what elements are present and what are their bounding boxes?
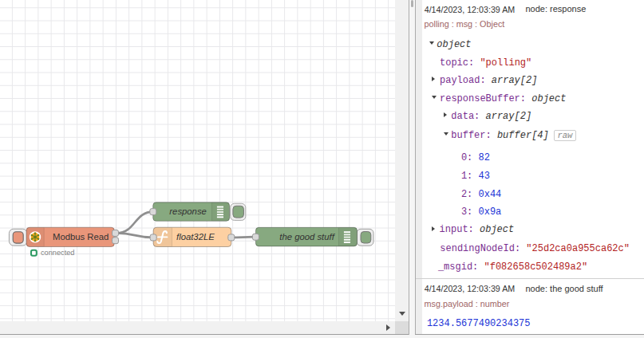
svg-text:the good stuff: the good stuff bbox=[279, 232, 335, 242]
svg-text:float32LE: float32LE bbox=[176, 232, 215, 242]
svg-text:connected: connected bbox=[41, 249, 74, 257]
svg-text:Modbus Read: Modbus Read bbox=[53, 232, 109, 242]
svg-text:response: response bbox=[169, 206, 206, 216]
